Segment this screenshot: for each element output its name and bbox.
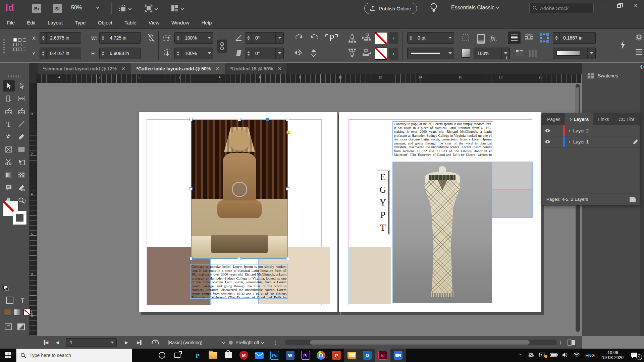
layer-lock-cell[interactable] [553,125,563,136]
content-grabber[interactable] [232,182,247,197]
powerpoint-icon[interactable]: P [329,349,344,362]
quick-apply-lightning-icon[interactable] [620,40,626,50]
opacity-icon[interactable] [462,49,470,58]
rectangle-tool[interactable] [15,144,28,155]
formatting-affects-text-icon[interactable]: T [19,297,26,304]
effects-list-icon[interactable] [515,49,524,58]
lightbulb-icon[interactable] [430,3,437,13]
shear-angle-field[interactable]: 0° [245,48,284,59]
expand-layer-icon[interactable]: › [569,139,571,144]
apply-color-button[interactable] [4,309,11,315]
menu-file[interactable]: File [7,20,15,25]
normal-view-mode-button[interactable] [5,323,12,330]
default-fill-stroke-icon[interactable] [3,286,9,291]
selection-handle[interactable] [286,187,289,190]
onedrive-icon[interactable] [526,353,536,358]
ruler-origin-corner[interactable] [30,74,37,83]
close-tab-icon[interactable]: ✕ [121,66,125,71]
x-position-field[interactable]: 2.6375 in [40,32,81,44]
page-tool[interactable] [3,93,15,104]
horizontal-scrollbar[interactable] [285,340,557,345]
first-page-button[interactable]: ▐◀ [42,336,48,349]
panel-grip[interactable] [3,39,5,54]
last-page-button[interactable]: ▶▌ [137,336,143,349]
cream-rectangle-right-page[interactable] [348,247,391,304]
formatting-affects-container-icon[interactable] [6,297,13,304]
grey-rectangle-bottom[interactable] [492,190,533,218]
tab-links[interactable]: Links [593,113,614,125]
page-number-dropdown[interactable]: 4 [66,338,117,347]
flip-horizontal-icon[interactable] [294,48,304,57]
stroke-color-none-swatch[interactable] [375,48,387,60]
workspace-switcher[interactable]: Essentials Classic [451,5,499,11]
photoshop-icon[interactable]: Ps [267,349,282,362]
view-options-dropdown[interactable] [118,4,131,13]
egypt-title-frame[interactable]: EGYPT [376,170,390,235]
content-collector-tool[interactable] [3,106,15,117]
expand-layer-icon[interactable]: › [569,128,571,133]
split-layout-view-icon[interactable] [568,336,576,349]
performance-gauge-icon[interactable] [152,336,159,349]
effects-fx-icon[interactable]: fx. [490,34,497,43]
fill-flyout-button[interactable]: › [389,32,398,44]
volume-icon[interactable] [560,352,570,358]
apply-gradient-button[interactable] [14,309,21,315]
stroke-type-dropdown[interactable] [407,48,454,59]
stroke-swatch[interactable] [13,211,27,225]
type-tool[interactable]: T [3,118,15,130]
rotate-ccw-icon[interactable] [309,33,319,43]
tools-panel-grip[interactable] [8,75,21,77]
open-app-icon[interactable] [344,349,360,362]
minimize-button[interactable]: — [594,0,610,11]
select-container-icon[interactable]: ⌜P⌝ [325,32,338,44]
select-content-down-icon[interactable] [347,48,357,58]
flip-vertical-icon[interactable] [309,48,318,58]
layer-visibility-toggle[interactable] [542,125,553,136]
statue-image-frame[interactable] [191,120,288,259]
tab-layers[interactable]: ◊Layers [565,113,594,125]
document-canvas[interactable]: Contrary to popular belief, Lorem Ipsum … [37,83,582,336]
select-previous-object-icon[interactable] [362,33,372,43]
selection-handle[interactable] [286,257,289,260]
line-tool[interactable] [15,118,28,130]
height-field[interactable]: 6.9083 in [99,48,141,59]
scale-y-field[interactable]: 100% [174,48,213,59]
battery-icon[interactable] [549,353,559,358]
task-view-button[interactable] [170,349,185,362]
pen-tool[interactable] [3,131,15,142]
selection-tool[interactable] [3,80,15,92]
tab-pages[interactable]: Pages [542,113,565,125]
menu-layout[interactable]: Layout [48,20,63,25]
fill-color-none-swatch[interactable] [375,32,387,44]
lorem-text-frame-right[interactable]: Contrary to popular belief, Lorem Ipsum … [392,121,493,156]
menu-help[interactable]: Help [201,20,212,25]
microsoft-store-icon[interactable] [221,349,236,362]
close-tab-icon[interactable]: ✕ [215,66,219,71]
layer-lock-cell[interactable] [553,136,563,147]
rotation-angle-field[interactable]: 0° [245,32,284,44]
menu-type[interactable]: Type [75,20,86,25]
tab-untitled-15[interactable]: *Untitled-15 @ 50%✕ [225,63,287,74]
working-profile-dropdown[interactable]: [Basic] (working) [168,336,225,349]
direct-selection-tool[interactable] [15,80,28,92]
pencil-tool[interactable] [15,131,28,142]
tab-coffee-table-layouts[interactable]: *Coffee table layouts.indd @ 50%✕ [131,63,225,74]
layer-name[interactable]: Layer 1 [573,139,589,144]
scroll-left-arrow[interactable]: ⟨ [274,336,276,349]
layer-visibility-toggle[interactable] [542,136,553,147]
wifi-icon[interactable] [572,353,582,358]
start-button[interactable] [0,349,16,362]
gap-size-field[interactable]: 0.1667 in [553,32,596,44]
indesign-taskbar-icon[interactable]: Id [375,349,390,362]
gradient-preview-dropdown[interactable] [553,48,596,59]
video-app-icon[interactable] [390,349,406,362]
grey-rectangle-top[interactable] [492,162,533,190]
menu-object[interactable]: Object [98,20,112,25]
document-layout-dropdown[interactable] [170,4,183,13]
selection-handle[interactable] [190,187,193,190]
file-explorer-icon[interactable] [205,349,221,362]
mail-icon[interactable] [252,349,267,362]
language-indicator[interactable]: ENG [583,353,597,358]
apply-none-button[interactable] [23,309,31,315]
reference-point-proxy[interactable] [13,38,28,52]
